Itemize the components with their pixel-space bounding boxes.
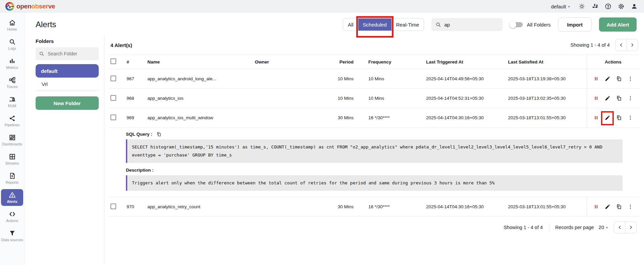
- pause-alert-button[interactable]: [593, 204, 599, 210]
- alert-detail-panel: SQL Query : SELECT histogram(_timestamp,…: [108, 128, 639, 197]
- row-checkbox[interactable]: [110, 76, 116, 81]
- sidebar-item-metrics[interactable]: Metrics: [1, 55, 23, 72]
- copy-icon[interactable]: [156, 132, 162, 137]
- sidebar-item-dashboards[interactable]: Dashboards: [1, 132, 23, 148]
- sidebar-item-home[interactable]: Home: [1, 17, 23, 34]
- pause-icon: [593, 95, 599, 101]
- col-last-satisfied: Last Satisfied At: [506, 59, 587, 64]
- table-header-row: # Name Owner Period Frequency Last Trigg…: [108, 54, 639, 69]
- clone-alert-button[interactable]: [615, 115, 622, 121]
- sidebar-item-actions[interactable]: Actions: [1, 208, 23, 225]
- edit-alert-button[interactable]: [604, 76, 611, 82]
- import-button[interactable]: Import: [558, 17, 592, 32]
- sidebar: Home Logs Metrics Traces RUM Pipelines D…: [0, 13, 25, 265]
- prev-page-button[interactable]: [614, 222, 625, 233]
- chevron-left-icon: [619, 43, 624, 47]
- alert-name: app_analytics_ios_multi_window: [145, 115, 253, 120]
- pause-alert-button[interactable]: [593, 115, 599, 121]
- code-brackets-icon: [9, 211, 16, 218]
- sidebar-item-traces[interactable]: Traces: [1, 74, 23, 91]
- edit-alert-button[interactable]: [604, 95, 611, 102]
- chevron-down-icon: ▾: [606, 226, 608, 229]
- folder-search-input[interactable]: [48, 51, 95, 56]
- folders-heading: Folders: [36, 38, 99, 44]
- pause-alert-button[interactable]: [593, 95, 599, 102]
- dashboard-grid-icon: [9, 134, 16, 141]
- alert-number: 968: [125, 96, 145, 101]
- sql-query-text: SELECT histogram(_timestamp,'15 minutes'…: [126, 139, 623, 163]
- settings-icon[interactable]: [617, 3, 625, 10]
- col-num: #: [125, 59, 145, 64]
- edit-alert-button[interactable]: [604, 115, 611, 121]
- alert-name: app_analytics_android_long_ale...: [145, 76, 253, 81]
- sidebar-item-logs[interactable]: Logs: [1, 36, 23, 53]
- sidebar-item-pipelines[interactable]: Pipelines: [1, 113, 23, 129]
- more-actions-button[interactable]: [627, 95, 634, 102]
- clone-alert-button[interactable]: [615, 95, 622, 102]
- warning-triangle-icon: [9, 191, 16, 198]
- tab-real-time[interactable]: Real-Time: [392, 18, 424, 31]
- kebab-menu-icon: [628, 95, 633, 101]
- search-icon: [9, 38, 16, 45]
- bar-chart-icon: [9, 57, 16, 64]
- edit-alert-button[interactable]: [604, 204, 611, 210]
- col-frequency: Frequency: [366, 59, 424, 64]
- clone-icon: [616, 204, 622, 210]
- org-selector[interactable]: default ▾: [551, 4, 570, 9]
- next-page-button[interactable]: [627, 39, 638, 51]
- folder-item-vrl[interactable]: Vrl: [36, 78, 98, 91]
- slack-icon[interactable]: [591, 3, 599, 10]
- pager-top: [615, 39, 638, 51]
- tree-nodes-icon: [9, 77, 16, 84]
- more-actions-button[interactable]: [627, 115, 634, 121]
- pause-alert-button[interactable]: [593, 76, 599, 82]
- kebab-menu-icon: [628, 204, 633, 210]
- chevron-right-icon: [630, 43, 635, 47]
- select-all-checkbox[interactable]: [110, 58, 116, 64]
- pager-bottom: [614, 221, 637, 233]
- funnel-icon: [9, 230, 16, 237]
- help-icon[interactable]: [604, 3, 612, 10]
- alert-number: 967: [125, 76, 145, 81]
- more-actions-button[interactable]: [627, 76, 634, 82]
- all-folders-label: All Folders: [527, 22, 551, 28]
- tab-scheduled[interactable]: Scheduled: [358, 18, 392, 31]
- chevron-down-icon: ▾: [568, 5, 570, 8]
- pause-icon: [593, 76, 599, 82]
- records-per-page-select[interactable]: 20▾: [599, 225, 608, 230]
- row-checkbox[interactable]: [110, 115, 116, 120]
- account-icon[interactable]: [631, 3, 638, 10]
- pause-icon: [593, 115, 599, 121]
- folder-item-default[interactable]: default: [36, 64, 99, 78]
- theme-light-icon[interactable]: [578, 3, 586, 10]
- add-alert-button[interactable]: Add Alert: [599, 17, 637, 32]
- document-icon: [9, 172, 16, 179]
- alert-search[interactable]: [431, 18, 503, 31]
- alert-search-input[interactable]: [444, 22, 499, 28]
- tab-all[interactable]: All: [343, 18, 358, 31]
- clone-alert-button[interactable]: [615, 76, 622, 82]
- sidebar-item-alerts[interactable]: Alerts: [1, 189, 23, 206]
- sidebar-item-rum[interactable]: RUM: [1, 93, 23, 110]
- more-actions-button[interactable]: [627, 204, 634, 210]
- folder-search[interactable]: [36, 47, 99, 60]
- row-checkbox[interactable]: [110, 95, 116, 101]
- sidebar-item-reports[interactable]: Reports: [1, 170, 23, 187]
- sidebar-item-data-sources[interactable]: Data sources: [1, 227, 23, 244]
- prev-page-button[interactable]: [615, 39, 627, 51]
- home-icon: [9, 19, 16, 26]
- row-checkbox[interactable]: [110, 204, 116, 209]
- alert-name: app_analytics_ios: [145, 96, 253, 101]
- table-row-967: 967 app_analytics_android_long_ale... 10…: [108, 69, 639, 89]
- col-owner: Owner: [253, 59, 319, 64]
- col-period: Period: [319, 59, 366, 64]
- col-actions: Actions: [587, 55, 639, 69]
- next-page-button[interactable]: [625, 222, 636, 233]
- kebab-menu-icon: [628, 115, 633, 121]
- alert-number: 970: [125, 204, 145, 209]
- clone-icon: [616, 95, 622, 101]
- all-folders-toggle[interactable]: [510, 22, 523, 27]
- sidebar-item-streams[interactable]: Streams: [1, 151, 23, 168]
- clone-alert-button[interactable]: [615, 204, 622, 210]
- new-folder-button[interactable]: New Folder: [36, 96, 99, 110]
